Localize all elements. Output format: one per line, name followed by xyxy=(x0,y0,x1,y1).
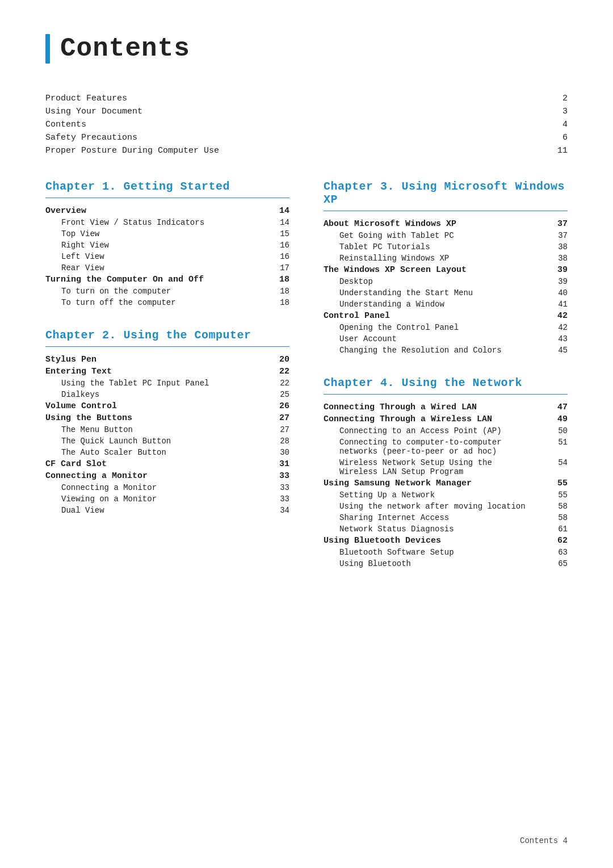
toc-item-label: Connecting a Monitor xyxy=(45,470,253,482)
toc-item-label: User Account xyxy=(324,333,531,345)
toc-row: The Menu Button27 xyxy=(45,424,289,435)
toc-item-page: 18 xyxy=(253,297,290,308)
toc-row: Using the network after moving location5… xyxy=(324,501,568,512)
left-column: Chapter 1. Getting StartedOverview14Fron… xyxy=(45,180,289,590)
toc-row: Right View16 xyxy=(45,240,289,251)
toc-row: Stylus Pen20 xyxy=(45,354,289,366)
toc-row: Sharing Internet Access58 xyxy=(324,512,568,523)
title-section: Contents xyxy=(45,34,568,64)
toc-item-label: Tablet PC Tutorials xyxy=(324,241,531,253)
toc-row: Opening the Control Panel42 xyxy=(324,322,568,333)
toc-item-page: 15 xyxy=(253,228,290,240)
toc-item-label: Using the Buttons xyxy=(45,412,253,424)
toc-item-label: To turn on the computer xyxy=(45,286,253,297)
intro-item: Contents4 xyxy=(45,118,568,131)
toc-item-label: Rear View xyxy=(45,262,253,274)
toc-item-page: 34 xyxy=(253,505,290,516)
page-title: Contents xyxy=(60,34,190,64)
chapter-divider xyxy=(45,346,289,347)
toc-item-page: 51 xyxy=(531,437,568,457)
toc-item-label: Understanding the Start Menu xyxy=(324,287,531,299)
toc-item-page: 47 xyxy=(531,401,568,413)
toc-item-label: To turn off the computer xyxy=(45,297,253,308)
toc-row: The Quick Launch Button28 xyxy=(45,435,289,447)
toc-item-label: Opening the Control Panel xyxy=(324,322,531,333)
footer-text: Contents 4 xyxy=(520,836,568,845)
toc-item-page: 33 xyxy=(253,482,290,493)
toc-item-page: 61 xyxy=(531,523,568,535)
toc-item-page: 42 xyxy=(531,310,568,322)
toc-item-label: Network Status Diagnosis xyxy=(324,523,531,535)
toc-row: Front View / Status Indicators14 xyxy=(45,217,289,228)
toc-row: Viewing on a Monitor33 xyxy=(45,493,289,505)
toc-item-page: 33 xyxy=(253,470,290,482)
toc-item-page: 39 xyxy=(531,276,568,287)
toc-row: Understanding the Start Menu40 xyxy=(324,287,568,299)
toc-item-page: 62 xyxy=(531,535,568,547)
toc-row: Rear View17 xyxy=(45,262,289,274)
toc-item-page: 18 xyxy=(253,286,290,297)
toc-row: About Microsoft Windows XP37 xyxy=(324,218,568,230)
toc-row: Wireless Network Setup Using the Wireles… xyxy=(324,457,568,477)
toc-row: Top View15 xyxy=(45,228,289,240)
toc-item-label: Understanding a Window xyxy=(324,299,531,310)
page-footer: Contents 4 xyxy=(520,836,568,845)
toc-item-label: Viewing on a Monitor xyxy=(45,493,253,505)
intro-item: Safety Precautions6 xyxy=(45,131,568,144)
toc-item-page: 55 xyxy=(531,477,568,489)
chapter-heading: Chapter 2. Using the Computer xyxy=(45,329,289,342)
toc-row: Dialkeys25 xyxy=(45,389,289,400)
intro-item: Using Your Document3 xyxy=(45,105,568,118)
intro-item-label: Proper Posture During Computer Use xyxy=(45,144,489,157)
toc-row: Using the Buttons27 xyxy=(45,412,289,424)
toc-item-label: The Auto Scaler Button xyxy=(45,447,253,458)
toc-item-page: 28 xyxy=(253,435,290,447)
toc-row: Dual View34 xyxy=(45,505,289,516)
toc-row: Connecting a Monitor33 xyxy=(45,470,289,482)
toc-item-label: Connecting a Monitor xyxy=(45,482,253,493)
toc-item-page: 18 xyxy=(253,274,290,286)
toc-row: Get Going with Tablet PC37 xyxy=(324,230,568,241)
toc-item-page: 22 xyxy=(253,366,290,378)
toc-item-label: Desktop xyxy=(324,276,531,287)
toc-item-label: Top View xyxy=(45,228,253,240)
chapter-divider xyxy=(324,211,568,211)
toc-item-label: Front View / Status Indicators xyxy=(45,217,253,228)
toc-item-label: About Microsoft Windows XP xyxy=(324,218,531,230)
toc-table: Stylus Pen20Entering Text22Using the Tab… xyxy=(45,354,289,516)
toc-item-label: Using Samsung Network Manager xyxy=(324,477,531,489)
toc-item-label: Using the network after moving location xyxy=(324,501,531,512)
toc-row: Left View16 xyxy=(45,251,289,262)
toc-item-label: Overview xyxy=(45,205,253,217)
toc-item-label: CF Card Slot xyxy=(45,458,253,470)
toc-row: To turn on the computer18 xyxy=(45,286,289,297)
toc-table: Overview14Front View / Status Indicators… xyxy=(45,205,289,308)
toc-item-label: Stylus Pen xyxy=(45,354,253,366)
page: Contents Product Features2Using Your Doc… xyxy=(0,0,613,868)
toc-item-page: 26 xyxy=(253,400,290,412)
toc-row: Setting Up a Network55 xyxy=(324,489,568,501)
intro-item-page: 2 xyxy=(489,92,568,105)
toc-item-label: Entering Text xyxy=(45,366,253,378)
toc-row: Understanding a Window41 xyxy=(324,299,568,310)
toc-item-label: Connecting Through a Wired LAN xyxy=(324,401,531,413)
toc-item-page: 16 xyxy=(253,251,290,262)
toc-row: Using Samsung Network Manager55 xyxy=(324,477,568,489)
toc-row: To turn off the computer18 xyxy=(45,297,289,308)
toc-item-label: Wireless Network Setup Using the Wireles… xyxy=(324,457,531,477)
intro-table: Product Features2Using Your Document3Con… xyxy=(45,92,568,157)
intro-item-page: 6 xyxy=(489,131,568,144)
toc-item-page: 14 xyxy=(253,217,290,228)
toc-item-page: 45 xyxy=(531,345,568,356)
toc-item-page: 20 xyxy=(253,354,290,366)
toc-item-label: Dialkeys xyxy=(45,389,253,400)
toc-item-label: Using the Tablet PC Input Panel xyxy=(45,378,253,389)
toc-row: Connecting to an Access Point (AP)50 xyxy=(324,425,568,437)
toc-item-label: Connecting to an Access Point (AP) xyxy=(324,425,531,437)
chapter-section: Chapter 3. Using Microsoft Windows XPAbo… xyxy=(324,180,568,356)
toc-item-page: 50 xyxy=(531,425,568,437)
toc-row: Changing the Resolution and Colors45 xyxy=(324,345,568,356)
toc-item-page: 17 xyxy=(253,262,290,274)
toc-row: Volume Control26 xyxy=(45,400,289,412)
toc-item-page: 16 xyxy=(253,240,290,251)
